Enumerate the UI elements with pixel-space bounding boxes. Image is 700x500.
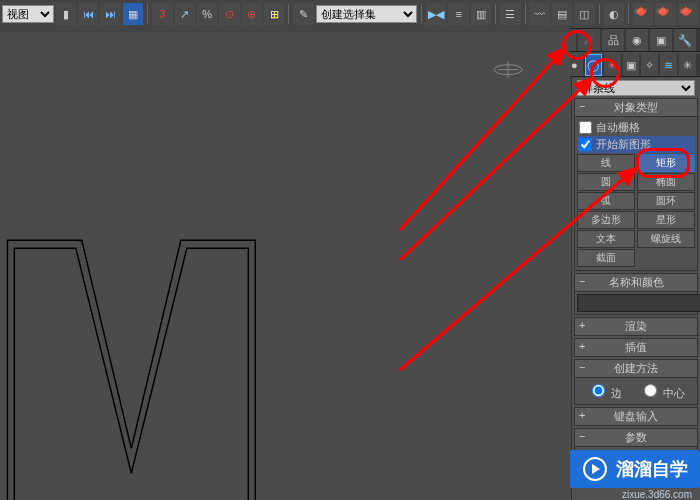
rollout-creation-method: −创建方法 边 中心 — [574, 359, 698, 405]
circle-button[interactable]: 圆 — [577, 173, 635, 191]
rollout-title: 对象类型 — [614, 101, 658, 113]
label: 开始新图形 — [596, 137, 651, 152]
rectangle-button[interactable]: 矩形 — [637, 154, 695, 172]
viewport[interactable] — [0, 28, 570, 500]
rollout-header[interactable]: +渲染 — [574, 317, 698, 336]
render-production-icon[interactable]: 🫖 — [678, 3, 698, 25]
cameras-cat-icon[interactable]: ▣ — [623, 54, 640, 76]
snap-options-icon[interactable]: ⊕ — [242, 3, 262, 25]
align-icon[interactable]: ≡ — [448, 3, 468, 25]
shapes-cat-icon[interactable]: ◯ — [585, 54, 602, 76]
start-new-shape-checkbox[interactable]: 开始新图形 — [577, 136, 695, 153]
rollout-interpolation: +插值 — [574, 338, 698, 357]
rollout-object-type: −对象类型 自动栅格 开始新图形 线 矩形 圆 椭圆 弧 圆环 多边形 星形 文… — [574, 98, 698, 271]
watermark-text: 溜溜自学 — [616, 457, 688, 481]
render-setup-icon[interactable]: 🫖 — [633, 3, 653, 25]
layer-manager-icon[interactable]: ☰ — [500, 3, 520, 25]
rollout-title: 参数 — [625, 431, 647, 443]
helix-button[interactable]: 螺旋线 — [637, 230, 695, 248]
view-select[interactable]: 视图 — [2, 5, 54, 23]
utilities-tab-icon[interactable]: 🔧 — [674, 29, 696, 51]
rollout-header[interactable]: −参数 — [574, 428, 698, 447]
modify-tab-icon[interactable]: ☄ — [578, 29, 600, 51]
rollout-header[interactable]: −创建方法 — [574, 359, 698, 378]
material-editor-icon[interactable]: ◐ — [604, 3, 624, 25]
arc-button[interactable]: 弧 — [577, 192, 635, 210]
prev-key-icon[interactable]: ⏮ — [78, 3, 98, 25]
spinner-snap-icon[interactable]: ⊙ — [219, 3, 239, 25]
lights-cat-icon[interactable]: ☀ — [604, 54, 621, 76]
rollout-header[interactable]: −对象类型 — [574, 98, 698, 117]
named-sel-edit-icon[interactable]: ✎ — [293, 3, 313, 25]
helpers-cat-icon[interactable]: ✧ — [641, 54, 658, 76]
edge-radio[interactable]: 边 — [587, 381, 622, 401]
watermark-badge: 溜溜自学 zixue.3d66.com — [570, 450, 700, 488]
donut-button[interactable]: 圆环 — [637, 192, 695, 210]
label: 自动栅格 — [596, 120, 640, 135]
percent-snap-icon[interactable]: % — [197, 3, 217, 25]
center-radio[interactable]: 中心 — [639, 381, 685, 401]
snap-3-icon[interactable]: 3 — [152, 3, 172, 25]
auto-grid-checkbox[interactable]: 自动栅格 — [577, 119, 695, 136]
rollout-name-color: −名称和颜色 — [574, 273, 698, 315]
rollout-title: 插值 — [625, 341, 647, 353]
motion-tab-icon[interactable]: ◉ — [626, 29, 648, 51]
keyframe-toggle-icon[interactable]: ▮ — [56, 3, 76, 25]
rollout-keyboard-entry: +键盘输入 — [574, 407, 698, 426]
rollout-title: 创建方法 — [614, 362, 658, 374]
quick-align-icon[interactable]: ▥ — [471, 3, 491, 25]
line-button[interactable]: 线 — [577, 154, 635, 172]
rollout-title: 名称和颜色 — [609, 276, 664, 288]
star-button[interactable]: 星形 — [637, 211, 695, 229]
rollout-header[interactable]: −名称和颜色 — [574, 273, 698, 292]
next-key-icon[interactable]: ⏭ — [100, 3, 120, 25]
mirror-icon[interactable]: ▶◀ — [426, 3, 446, 25]
selection-lock-icon[interactable]: ▦ — [123, 3, 143, 25]
rollout-title: 渲染 — [625, 320, 647, 332]
rollout-render: +渲染 — [574, 317, 698, 336]
section-button[interactable]: 截面 — [577, 249, 635, 267]
create-category-row: ● ◯ ☀ ▣ ✧ ≋ ✳ — [562, 54, 700, 77]
rollout-header[interactable]: +插值 — [574, 338, 698, 357]
object-name-input[interactable] — [577, 294, 700, 312]
axis-constraint-icon[interactable]: ⊞ — [264, 3, 284, 25]
systems-cat-icon[interactable]: ✳ — [679, 54, 696, 76]
hierarchy-tab-icon[interactable]: 品 — [602, 29, 624, 51]
rollout-header[interactable]: +键盘输入 — [574, 407, 698, 426]
curve-editor-icon[interactable]: 〰 — [529, 3, 549, 25]
spacewarps-cat-icon[interactable]: ≋ — [660, 54, 677, 76]
dope-sheet-icon[interactable]: ▤ — [552, 3, 572, 25]
create-set-select[interactable]: 创建选择集 — [316, 5, 417, 23]
schematic-view-icon[interactable]: ◫ — [574, 3, 594, 25]
create-panel: 样条线 −对象类型 自动栅格 开始新图形 线 矩形 圆 椭圆 弧 圆环 多边形 … — [571, 78, 700, 500]
text-button[interactable]: 文本 — [577, 230, 635, 248]
rollout-title: 键盘输入 — [614, 410, 658, 422]
polygon-button[interactable]: 多边形 — [577, 211, 635, 229]
shape-category-select[interactable]: 样条线 — [577, 80, 695, 96]
main-toolbar: 视图 ▮ ⏮ ⏭ ▦ 3 ↗ % ⊙ ⊕ ⊞ ✎ 创建选择集 ▶◀ ≡ ▥ ☰ … — [0, 0, 700, 29]
ellipse-button[interactable]: 椭圆 — [637, 173, 695, 191]
display-tab-icon[interactable]: ▣ — [650, 29, 672, 51]
watermark-url: zixue.3d66.com — [622, 489, 692, 500]
render-frame-icon[interactable]: 🫖 — [655, 3, 675, 25]
angle-snap-icon[interactable]: ↗ — [175, 3, 195, 25]
